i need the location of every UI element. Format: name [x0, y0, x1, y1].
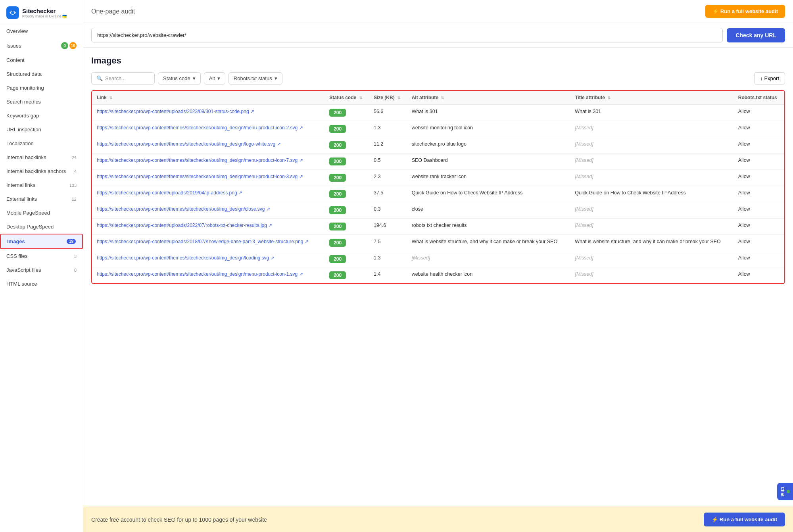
image-link[interactable]: https://sitechecker.pro/wp-content/uploa…: [97, 190, 242, 196]
sidebar-item-html-source[interactable]: HTML source: [0, 277, 83, 291]
table-header-row: Link ⇅ Status code ⇅ Size (KB) ⇅ Alt att…: [92, 91, 784, 105]
status-code-filter[interactable]: Status code ▾: [158, 72, 201, 85]
table-row: https://sitechecker.pro/wp-content/uploa…: [92, 235, 784, 251]
search-filter[interactable]: 🔍 Search...: [91, 72, 155, 85]
image-link[interactable]: https://sitechecker.pro/wp-content/uploa…: [97, 223, 272, 228]
cell-alt: website monitoring tool icon: [407, 121, 570, 137]
status-badge: 200: [329, 125, 346, 133]
cell-status-code: 200: [324, 219, 369, 235]
cell-link: https://sitechecker.pro/wp-content/theme…: [92, 267, 324, 284]
page-title: One-page audit: [91, 8, 135, 15]
sidebar-item-localization[interactable]: Localization: [0, 136, 83, 150]
status-badge: 200: [329, 255, 346, 263]
export-button[interactable]: ↓ Export: [754, 72, 785, 85]
image-link[interactable]: https://sitechecker.pro/wp-content/theme…: [97, 206, 270, 212]
cell-robots: Allow: [733, 154, 784, 170]
sidebar-item-mobile-pagespeed[interactable]: Mobile PageSpeed: [0, 206, 83, 220]
cell-alt: robots txt checker results: [407, 219, 570, 235]
image-link[interactable]: https://sitechecker.pro/wp-content/uploa…: [97, 239, 309, 244]
col-robots: Robots.txt status: [733, 91, 784, 105]
search-placeholder: Search...: [105, 75, 126, 81]
table-row: https://sitechecker.pro/wp-content/theme…: [92, 121, 784, 137]
status-badge: 200: [329, 141, 346, 149]
sidebar-item-url-inspection[interactable]: URL inspection: [0, 123, 83, 136]
cell-alt: [Missed]: [407, 251, 570, 267]
cell-size: 1.3: [369, 251, 407, 267]
image-link[interactable]: https://sitechecker.pro/wp-content/theme…: [97, 271, 303, 277]
image-link[interactable]: https://sitechecker.pro/wp-content/theme…: [97, 125, 303, 131]
url-input[interactable]: [91, 28, 723, 42]
sidebar-item-css-files[interactable]: CSS files 3: [0, 249, 83, 263]
run-audit-banner-button[interactable]: ⚡ Run a full website audit: [704, 513, 785, 526]
col-size: Size (KB) ⇅: [369, 91, 407, 105]
image-link[interactable]: https://sitechecker.pro/wp-content/theme…: [97, 174, 303, 179]
chevron-down-icon: ▾: [275, 75, 277, 81]
robots-filter-label: Robots.txt status: [234, 75, 272, 81]
status-badge: 200: [329, 206, 346, 214]
col-status-code: Status code ⇅: [324, 91, 369, 105]
sidebar-item-internal-backlinks-anchors[interactable]: Internal backlinks anchors 4: [0, 164, 83, 178]
cell-size: 194.6: [369, 219, 407, 235]
table-row: https://sitechecker.pro/wp-content/uploa…: [92, 219, 784, 235]
status-badge: 200: [329, 174, 346, 182]
cell-alt: Quick Guide on How to Check Website IP A…: [407, 186, 570, 202]
cell-link: https://sitechecker.pro/wp-content/theme…: [92, 251, 324, 267]
sidebar-item-javascript-files[interactable]: JavaScript files 8: [0, 263, 83, 277]
images-table: Link ⇅ Status code ⇅ Size (KB) ⇅ Alt att…: [92, 91, 784, 283]
cell-title: What is website structure, and why it ca…: [570, 235, 733, 251]
run-audit-top-button[interactable]: ⚡ Run a full website audit: [705, 5, 785, 18]
chat-label: Chat: [780, 487, 785, 496]
cell-alt: website health checker icon: [407, 267, 570, 284]
cell-status-code: 200: [324, 267, 369, 284]
sidebar-item-overview[interactable]: Overview: [0, 24, 83, 38]
cell-status-code: 200: [324, 137, 369, 154]
filters-bar: 🔍 Search... Status code ▾ Alt ▾ Robots.t…: [91, 72, 785, 85]
topbar: One-page audit ⚡ Run a full website audi…: [83, 0, 793, 23]
cell-title: [Missed]: [570, 137, 733, 154]
sidebar-item-keywords-gap[interactable]: Keywords gap: [0, 109, 83, 123]
table-row: https://sitechecker.pro/wp-content/uploa…: [92, 105, 784, 121]
content-area: Images 🔍 Search... Status code ▾ Alt ▾ R…: [83, 48, 793, 507]
image-link[interactable]: https://sitechecker.pro/wp-content/theme…: [97, 141, 281, 147]
cell-size: 37.5: [369, 186, 407, 202]
sidebar-item-issues[interactable]: Issues 0 10: [0, 38, 83, 53]
sidebar-item-external-links[interactable]: External links 12: [0, 192, 83, 206]
sidebar-item-search-metrics[interactable]: Search metrics: [0, 95, 83, 109]
sidebar-item-structured-data[interactable]: Structured data: [0, 67, 83, 81]
sidebar-item-internal-backlinks[interactable]: Internal backlinks 24: [0, 150, 83, 164]
sidebar-item-page-monitoring[interactable]: Page monitoring: [0, 81, 83, 95]
sidebar-item-internal-links[interactable]: Internal links 103: [0, 178, 83, 192]
image-link[interactable]: https://sitechecker.pro/wp-content/theme…: [97, 157, 303, 163]
table-row: https://sitechecker.pro/wp-content/theme…: [92, 170, 784, 186]
cell-alt: close: [407, 202, 570, 219]
cell-size: 0.3: [369, 202, 407, 219]
chat-dot: [787, 490, 790, 493]
sidebar-item-content[interactable]: Content: [0, 53, 83, 67]
table-row: https://sitechecker.pro/wp-content/theme…: [92, 251, 784, 267]
check-url-button[interactable]: Check any URL: [727, 28, 785, 42]
cell-size: 7.5: [369, 235, 407, 251]
cell-link: https://sitechecker.pro/wp-content/theme…: [92, 202, 324, 219]
cell-robots: Allow: [733, 251, 784, 267]
alt-filter[interactable]: Alt ▾: [204, 72, 225, 85]
cell-link: https://sitechecker.pro/wp-content/uploa…: [92, 235, 324, 251]
cell-link: https://sitechecker.pro/wp-content/uploa…: [92, 219, 324, 235]
cell-status-code: 200: [324, 105, 369, 121]
cell-size: 2.3: [369, 170, 407, 186]
url-bar: Check any URL: [83, 23, 793, 48]
chat-button[interactable]: Chat: [777, 483, 793, 500]
image-link[interactable]: https://sitechecker.pro/wp-content/theme…: [97, 255, 275, 261]
bottom-banner: Create free account to check SEO for up …: [83, 507, 793, 532]
cell-title: What is 301: [570, 105, 733, 121]
status-badge: 200: [329, 109, 346, 117]
cell-robots: Allow: [733, 202, 784, 219]
alt-filter-label: Alt: [209, 75, 215, 81]
cell-size: 56.6: [369, 105, 407, 121]
image-link[interactable]: https://sitechecker.pro/wp-content/uploa…: [97, 109, 254, 114]
sidebar-item-desktop-pagespeed[interactable]: Desktop PageSpeed: [0, 220, 83, 234]
cell-alt: SEO Dashboard: [407, 154, 570, 170]
sidebar-item-images[interactable]: Images 19: [0, 234, 83, 249]
col-link: Link ⇅: [92, 91, 324, 105]
cell-robots: Allow: [733, 170, 784, 186]
robots-filter[interactable]: Robots.txt status ▾: [228, 72, 282, 85]
